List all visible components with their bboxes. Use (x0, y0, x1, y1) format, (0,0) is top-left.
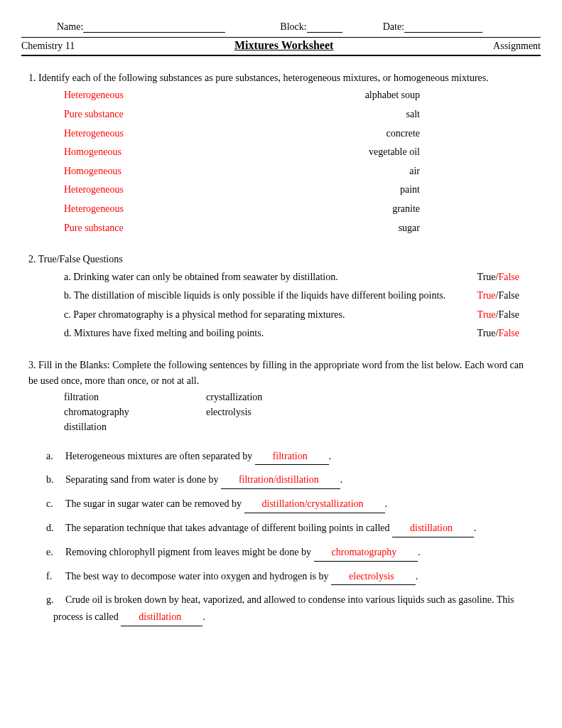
q3-letter: g. (50, 592, 65, 609)
q1-answer: Pure substance (64, 219, 124, 238)
q3-pre-text: The sugar in sugar water can be removed … (65, 498, 244, 509)
q1-answer: Homogeneous (64, 162, 121, 181)
q1-item: vegetable oil (369, 143, 420, 162)
q2-prompt: 2. True/False Questions (28, 252, 534, 267)
q3-item: a.Heterogeneous mixtures are often separ… (28, 448, 534, 466)
q2-truefalse: True/False (477, 287, 519, 306)
q3-pre-text: Removing chlorophyll pigment from leaves… (65, 547, 314, 557)
q3-letter: c. (50, 496, 65, 513)
question-3: 3. Fill in the Blanks: Complete the foll… (28, 358, 534, 626)
q1-row: Homogeneousair (28, 162, 534, 181)
q3-answer: filtration/distillation (242, 471, 319, 489)
q1-item: alphabet soup (365, 86, 420, 105)
worksheet-title: Mixtures Worksheet (234, 39, 333, 52)
q1-rows: Heterogeneousalphabet soupPure substance… (28, 86, 534, 237)
q3-post-text: . (418, 547, 421, 557)
q3-post-text: . (416, 571, 418, 582)
q1-item: concrete (387, 124, 420, 144)
word-filtration: filtration (64, 390, 206, 405)
q1-answer: Pure substance (64, 105, 124, 124)
q3-answer: distillation (414, 520, 453, 537)
q3-answer: filtration (276, 448, 308, 466)
false-label: False (498, 290, 519, 301)
q1-row: Pure substancesugar (28, 219, 534, 238)
q1-item: air (409, 162, 420, 181)
blank-trail[interactable] (364, 496, 385, 513)
date-blank[interactable] (404, 32, 482, 33)
q2-row: d. Mixtures have fixed melting and boili… (28, 324, 534, 343)
q3-pre-text: The separation technique that takes adva… (65, 523, 392, 533)
q2-truefalse: True/False (477, 306, 519, 325)
q2-row: a. Drinking water can only be obtained f… (28, 268, 534, 287)
header-fields: Name: Block: Date: (57, 21, 505, 33)
q3-letter: d. (50, 520, 65, 537)
blank-trail[interactable] (319, 471, 340, 489)
name-label: Name: (57, 21, 83, 32)
q1-row: Pure substancesalt (28, 105, 534, 124)
q3-word-bank: filtrationcrystallization chromatography… (28, 390, 534, 434)
true-label: True (477, 309, 496, 320)
doc-type-label: Assignment (493, 41, 541, 52)
q1-answer: Heterogeneous (64, 86, 124, 105)
block-blank[interactable] (307, 32, 342, 33)
divider-top (21, 37, 541, 38)
q2-row: b. The distillation of miscible liquids … (28, 287, 534, 306)
question-2: 2. True/False Questions a. Drinking wate… (28, 252, 534, 343)
q1-answer: Heterogeneous (64, 200, 124, 219)
q1-row: Heterogeneousgranite (28, 200, 534, 219)
q3-pre-text: Heterogeneous mixtures are often separat… (65, 451, 255, 461)
q3-item: b.Separating sand from water is done by … (28, 471, 534, 489)
q1-row: Heterogeneousconcrete (28, 124, 534, 144)
q3-items: a.Heterogeneous mixtures are often separ… (28, 448, 534, 626)
q1-prompt: 1. Identify each of the following substa… (28, 70, 534, 86)
q3-prompt: 3. Fill in the Blanks: Complete the foll… (28, 358, 534, 390)
q1-answer: Heterogeneous (64, 181, 124, 200)
false-label: False (498, 309, 519, 320)
blank-trail[interactable] (308, 448, 329, 466)
word-crystallization: crystallization (206, 392, 262, 402)
false-label: False (498, 272, 519, 282)
q1-answer: Homogeneous (64, 143, 121, 162)
q1-item: paint (400, 181, 420, 200)
question-1: 1. Identify each of the following substa… (28, 70, 534, 237)
q2-truefalse: True/False (477, 268, 519, 287)
q1-row: Heterogeneousalphabet soup (28, 86, 534, 105)
q3-pre-text: Separating sand from water is done by (65, 474, 221, 485)
divider-under-title (21, 55, 541, 56)
q3-post-text: . (385, 498, 388, 509)
q2-truefalse: True/False (477, 324, 519, 343)
blank-trail[interactable] (396, 544, 418, 562)
q3-answer: distillation (142, 609, 181, 626)
title-row: Chemistry 11 Mixtures Worksheet Assignme… (21, 39, 541, 52)
q3-letter: a. (50, 448, 65, 465)
q2-text: b. The distillation of miscible liquids … (64, 287, 477, 306)
q2-rows: a. Drinking water can only be obtained f… (28, 268, 534, 343)
q1-row: Homogeneousvegetable oil (28, 143, 534, 162)
false-label: False (498, 328, 519, 338)
q3-answer: chromatography (335, 544, 397, 562)
q3-answer: distillation/crystallization (266, 496, 364, 513)
q2-text: d. Mixtures have fixed melting and boili… (64, 324, 477, 343)
q3-letter: e. (50, 544, 65, 561)
word-chromatography: chromatography (64, 405, 206, 419)
blank-trail[interactable] (394, 568, 416, 586)
blank-trail[interactable] (181, 609, 202, 626)
q1-row: Heterogeneouspaint (28, 181, 534, 200)
blank-trail[interactable] (453, 520, 474, 537)
q1-answer: Heterogeneous (64, 124, 124, 144)
name-blank[interactable] (83, 32, 225, 33)
q2-row: c. Paper chromatography is a physical me… (28, 306, 534, 325)
q3-pre-text: The best way to decompose water into oxy… (65, 571, 331, 582)
q1-item: granite (392, 200, 420, 219)
q3-post-text: . (340, 474, 343, 485)
q3-post-text: . (329, 451, 332, 461)
q1-item: salt (406, 105, 420, 124)
q3-answer: electrolysis (352, 568, 394, 586)
date-label: Date: (383, 21, 404, 32)
word-distillation: distillation (64, 419, 206, 434)
q3-post-text: . (474, 523, 477, 533)
q3-letter: b. (50, 471, 65, 488)
course-label: Chemistry 11 (21, 41, 75, 52)
q3-item: d.The separation technique that takes ad… (28, 520, 534, 537)
q3-item: f.The best way to decompose water into o… (28, 568, 534, 586)
